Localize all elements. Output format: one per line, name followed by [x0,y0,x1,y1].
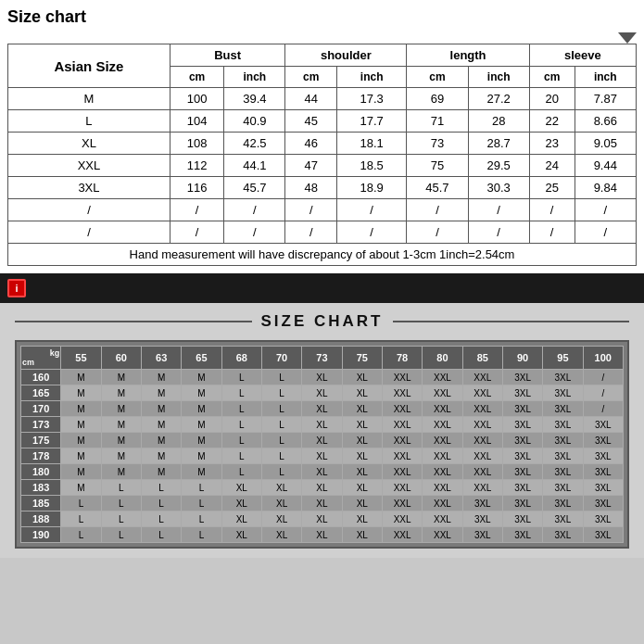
chart2-cell: M [61,401,101,417]
chart2-cell: XL [221,496,261,511]
height-header: 188 [21,511,61,527]
chart2-cell: M [101,464,141,480]
chart2-cell: 3XL [502,417,542,433]
length-cm-cell: / [407,221,468,244]
chart2-cell: XXL [382,401,422,417]
shoulder-in-cell: / [336,199,406,221]
chart2-cell: XXL [382,448,422,464]
chart2-cell: XL [302,401,342,417]
table-row: XL 108 42.5 46 18.1 73 28.7 23 9.05 [8,133,637,155]
bust-cm-cell: 112 [170,155,223,177]
chart2-cell: 3XL [583,448,623,464]
size-cell: XL [8,133,170,155]
chart2-row: 160MMMMLLXLXLXXLXXLXXL3XL3XL/ [21,370,624,385]
shoulder-cm-cell: / [285,199,337,221]
bust-in-cell: / [224,221,285,244]
chart2-cell: XL [342,511,382,527]
chart2-cell: 3XL [543,385,583,401]
chart2-cell: XL [261,496,301,511]
chart2-cell: M [101,370,141,385]
chart2-cell: XXL [382,480,422,496]
chart2-cell: XL [342,401,382,417]
chart-title: Size chart [7,7,637,27]
chart2-cell: L [141,527,181,543]
chart2-cell: XXL [382,511,422,527]
chart2-cell: XL [302,480,342,496]
chart2-cell: 3XL [502,511,542,527]
chart2-cell: L [182,511,221,527]
chart2-cell: XL [342,527,382,543]
chart2-cell: XXL [423,527,462,543]
chart2-cell: M [61,448,101,464]
chart2-row: 165MMMMLLXLXLXXLXXLXXL3XL3XL/ [21,385,624,401]
chart2-cell: M [101,385,141,401]
sleeve-in-cell: / [575,221,636,244]
size-chart-2-title: SIZE CHART [15,312,629,331]
chart2-cell: XXL [462,464,502,480]
chart2-cell: L [141,480,181,496]
chart2-row: 190LLLLXLXLXLXLXXLXXL3XL3XL3XL3XL [21,527,624,543]
chart2-cell: / [583,370,623,385]
chart2-cell: M [141,464,181,480]
chart2-cell: 3XL [583,417,623,433]
table-row: 3XL 116 45.7 48 18.9 45.7 30.3 25 9.84 [8,177,637,199]
chart2-cell: / [583,385,623,401]
size-cell: / [8,199,170,221]
chart2-cell: M [61,480,101,496]
chart2-cell: M [101,433,141,448]
chart2-cell: XL [302,433,342,448]
size-cell: / [8,221,170,244]
chart2-cell: L [141,496,181,511]
chart2-cell: 3XL [502,496,542,511]
chart2-cell: XL [221,480,261,496]
chart2-cell: 3XL [543,496,583,511]
chart2-cell: M [61,385,101,401]
chart2-cell: XXL [462,385,502,401]
chart2-cell: M [182,370,221,385]
chart2-cell: L [61,527,101,543]
shoulder-cm-cell: 44 [285,88,337,110]
chart2-cell: 3XL [543,511,583,527]
chart2-cell: 3XL [543,401,583,417]
chart2-cell: M [61,433,101,448]
chart2-container: kgcm55606365687073757880859095100 160MMM… [15,340,629,549]
shoulder-cm-header: cm [285,67,337,88]
chart2-cell: XL [302,527,342,543]
length-cm-cell: 71 [407,110,468,133]
shoulder-cm-cell: 48 [285,177,337,199]
bust-in-cell: 39.4 [224,88,285,110]
chart2-cell: XL [261,511,301,527]
chart2-cell: M [61,464,101,480]
chart2-cell: XL [261,480,301,496]
size-table-1: Asian Size Bust shoulder length sleeve c… [7,44,637,266]
chart2-cell: L [261,401,301,417]
divider-section: i [0,273,644,303]
col-header: 95 [543,347,583,370]
length-cm-cell: 75 [407,155,468,177]
height-header: 175 [21,433,61,448]
chart2-cell: L [221,370,261,385]
length-cm-cell: 45.7 [407,177,468,199]
chart2-cell: XL [342,433,382,448]
length-header: length [407,44,529,67]
chart2-cell: XXL [462,417,502,433]
chart2-cell: XXL [382,433,422,448]
chart2-cell: M [182,385,221,401]
col-header: 90 [502,347,542,370]
table-row: / / / / / / / / / [8,221,637,244]
chart2-cell: M [182,448,221,464]
chart2-cell: M [182,433,221,448]
chart2-cell: XXL [382,527,422,543]
chart2-cell: 3XL [543,480,583,496]
length-cm-cell: / [407,199,468,221]
sleeve-in-cell: 7.87 [575,88,636,110]
shoulder-in-cell: 18.9 [336,177,406,199]
chart2-cell: XXL [423,511,462,527]
length-inch-header: inch [468,67,529,88]
col-header: 65 [182,347,221,370]
sleeve-cm-header: cm [529,67,575,88]
sleeve-header: sleeve [529,44,636,67]
chart2-cell: XL [302,511,342,527]
shoulder-cm-cell: 46 [285,133,337,155]
shoulder-in-cell: 17.3 [336,88,406,110]
